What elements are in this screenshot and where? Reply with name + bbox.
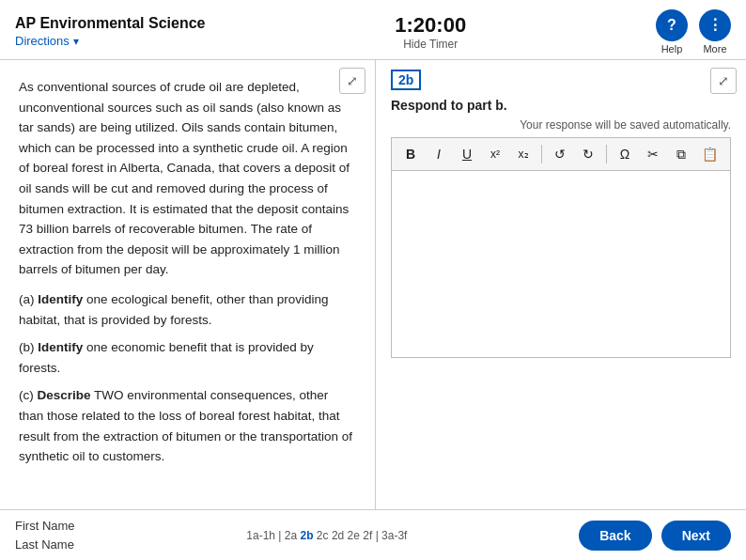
student-last-name: Last Name (15, 536, 75, 554)
nav-item-2c[interactable]: 2c (317, 529, 329, 542)
back-button[interactable]: Back (579, 521, 651, 551)
respond-label: Respond to part b. (391, 98, 731, 113)
redo-button[interactable]: ↻ (575, 142, 601, 166)
part-label-badge: 2b (391, 70, 421, 90)
nav-item-2b[interactable]: 2b (300, 529, 313, 542)
footer-navigation: 1a-1h | 2a 2b 2c 2d 2e 2f | 3a-3f (246, 529, 407, 542)
toolbar-divider-2 (606, 145, 607, 163)
part-a: (a) Identify one ecological benefit, oth… (19, 289, 356, 330)
more-label: More (703, 43, 726, 54)
directions-label: Directions (15, 34, 70, 48)
expand-left-icon: ⤢ (347, 73, 358, 88)
italic-button[interactable]: I (426, 142, 452, 166)
nav-links: 1a-1h | 2a 2b 2c 2d 2e 2f | 3a-3f (246, 529, 407, 542)
superscript-button[interactable]: x² (482, 142, 508, 166)
editor-toolbar: B I U x² x₂ ↺ ↻ Ω ✂ ⧉ 📋 (391, 137, 731, 170)
response-editor[interactable] (391, 170, 731, 358)
passage-paragraph: As conventional sources of crude oil are… (19, 77, 356, 280)
italic-icon: I (437, 147, 441, 162)
chevron-down-icon (73, 34, 79, 48)
subscript-button[interactable]: x₂ (510, 142, 536, 166)
part-c-label: (c) (19, 388, 34, 402)
header-left: AP Environmental Science Directions (15, 15, 205, 48)
hide-timer-button[interactable]: Hide Timer (403, 38, 458, 51)
help-icon: ? (656, 9, 688, 41)
main-content: ⤢ As conventional sources of crude oil a… (0, 60, 746, 509)
nav-item-2e[interactable]: 2e (348, 529, 360, 542)
student-first-name: First Name (15, 517, 75, 536)
nav-item-2d[interactable]: 2d (332, 529, 344, 542)
expand-left-button[interactable]: ⤢ (339, 68, 365, 94)
help-button[interactable]: ? Help (656, 9, 688, 54)
header: AP Environmental Science Directions 1:20… (0, 0, 746, 60)
bold-icon: B (406, 147, 415, 162)
bold-button[interactable]: B (397, 142, 424, 166)
passage-text: As conventional sources of crude oil are… (19, 77, 356, 467)
paste-button[interactable]: 📋 (696, 142, 723, 166)
part-a-bold: Identify (38, 292, 83, 306)
directions-button[interactable]: Directions (15, 34, 205, 48)
nav-item-1a1h[interactable]: 1a-1h (246, 529, 275, 542)
part-b: (b) Identify one economic benefit that i… (19, 337, 356, 378)
expand-right-icon: ⤢ (718, 73, 729, 88)
part-c-bold: Describe (38, 388, 91, 402)
underline-icon: U (462, 147, 472, 162)
nav-item-3a3f[interactable]: 3a-3f (381, 529, 407, 542)
undo-button[interactable]: ↺ (547, 142, 573, 166)
auto-save-note: Your response will be saved automaticall… (391, 118, 731, 132)
underline-button[interactable]: U (454, 142, 480, 166)
footer: First Name Last Name 1a-1h | 2a 2b 2c 2d… (0, 509, 746, 560)
next-button[interactable]: Next (661, 521, 731, 551)
header-right: ? Help ⋮ More (656, 9, 731, 54)
part-b-bold: Identify (38, 340, 83, 354)
nav-item-2f[interactable]: 2f (363, 529, 372, 542)
more-button[interactable]: ⋮ More (699, 9, 731, 54)
part-a-label: (a) (19, 292, 35, 306)
part-c: (c) Describe TWO environmental consequen… (19, 385, 356, 466)
timer-display: 1:20:00 (395, 13, 466, 38)
toolbar-divider-1 (541, 145, 542, 163)
footer-buttons: Back Next (579, 521, 731, 551)
timer-section: 1:20:00 Hide Timer (395, 13, 466, 51)
omega-button[interactable]: Ω (612, 142, 638, 166)
more-icon: ⋮ (699, 9, 731, 41)
right-panel: ⤢ 2b Respond to part b. Your response wi… (376, 60, 746, 509)
part-b-label: (b) (19, 340, 35, 354)
copy-button[interactable]: ⧉ (668, 142, 694, 166)
app-title: AP Environmental Science (15, 15, 205, 32)
help-label: Help (661, 43, 683, 54)
left-panel: ⤢ As conventional sources of crude oil a… (0, 60, 376, 509)
expand-right-button[interactable]: ⤢ (710, 68, 737, 94)
student-name: First Name Last Name (15, 517, 75, 553)
cut-button[interactable]: ✂ (640, 142, 666, 166)
nav-item-2a[interactable]: 2a (285, 529, 297, 542)
